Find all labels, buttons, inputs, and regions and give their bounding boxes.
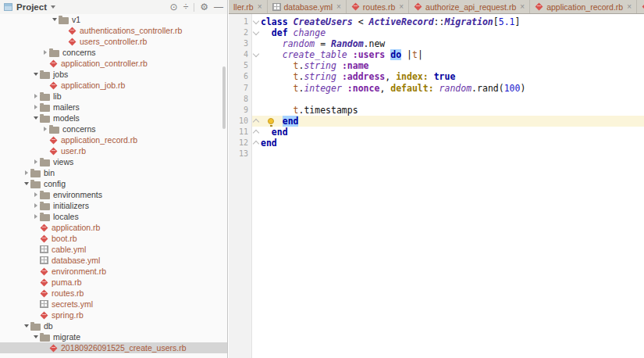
tree-item-environment-rb[interactable]: environment.rb [0,266,227,277]
folder-icon [59,17,69,24]
tab-close-icon[interactable]: × [258,3,262,11]
tree-item-application-rb[interactable]: application.rb [0,222,227,233]
tree-collapse-arrow-icon[interactable] [34,73,38,76]
tree-item-label: concerns [62,124,96,134]
tree-item-secrets-yml[interactable]: secrets.yml [0,299,227,310]
ruby-file-icon [40,311,48,320]
ruby-file-icon [49,136,58,145]
tree-item-label: jobs [53,70,68,79]
tree-item-spring-rb[interactable]: spring.rb [0,310,227,320]
tab-close-icon[interactable]: × [520,3,525,11]
tree-item-locales[interactable]: locales [0,211,227,222]
fold-close-icon[interactable] [253,130,259,136]
fold-close-icon[interactable] [253,141,259,147]
code-line-7[interactable]: 7 t.integer :nonce, default: random.rand… [229,83,644,94]
chevron-down-icon[interactable] [51,5,55,9]
tree-expand-arrow-icon[interactable] [34,214,37,219]
tree-item-application-job-rb[interactable]: application_job.rb [0,80,227,91]
folder-icon [40,94,50,101]
locate-file-icon[interactable]: ⊙ [170,2,178,12]
tree-expand-arrow-icon[interactable] [34,203,37,208]
tree-item-views[interactable]: views [0,156,227,167]
tree-item-models[interactable]: models [0,113,227,124]
code-line-10[interactable]: 10 end [229,116,644,127]
tree-item-label: concerns [62,48,96,57]
editor-tab-authorize-api-request-rb[interactable]: authorize_api_request.rb× [409,0,530,13]
code-line-6[interactable]: 6 t.string :address, index: true [229,71,644,82]
tree-expand-arrow-icon[interactable] [34,159,37,164]
tree-collapse-arrow-icon[interactable] [34,116,38,120]
tree-collapse-arrow-icon[interactable] [24,182,29,185]
tree-collapse-arrow-icon[interactable] [52,18,57,21]
tree-collapse-arrow-icon[interactable] [24,324,29,328]
editor-tab-application-record-rb[interactable]: application_record.rb× [530,0,637,13]
tree-item-mailers[interactable]: mailers [0,102,227,113]
code-line-5[interactable]: 5 t.string :name [229,60,644,71]
code-line-13[interactable]: 13 [229,149,644,159]
settings-gear-icon[interactable]: ⚙ [200,2,208,12]
fold-open-icon[interactable] [253,29,259,35]
tree-item-routes-rb[interactable]: routes.rb [0,288,227,299]
tree-expand-arrow-icon[interactable] [25,170,28,175]
tree-expand-arrow-icon[interactable] [34,105,37,109]
tree-expand-arrow-icon[interactable] [44,127,47,131]
fold-open-icon[interactable] [253,51,259,57]
tree-item-label: models [53,113,80,123]
tree-item-application-controller-rb[interactable]: application_controller.rb [0,58,227,69]
hide-panel-icon[interactable]: — [214,2,223,12]
project-tree: v1authentications_controller.rbusers_con… [0,14,227,358]
tree-item-cable-yml[interactable]: cable.yml [0,244,227,255]
editor[interactable]: 1class CreateUsers < ActiveRecord::Migra… [229,14,644,358]
editor-tab-routes-rb[interactable]: routes.rb× [347,0,409,13]
ruby-file-icon [414,2,422,11]
fold-open-icon[interactable] [253,18,259,24]
tree-item-bin[interactable]: bin [0,167,227,178]
project-panel: Project ⊙÷⚙— v1authentications_controlle… [0,0,228,358]
collapse-all-icon[interactable]: ÷ [183,2,189,12]
tree-collapse-arrow-icon[interactable] [34,335,38,338]
code-line-9[interactable]: 9 t.timestamps [229,105,644,116]
tree-item-label: mailers [53,102,80,112]
tree-item-boot-rb[interactable]: boot.rb [0,233,227,244]
tree-item-concerns[interactable]: concerns [0,47,227,58]
tree-item-initializers[interactable]: initializers [0,200,227,211]
tree-item-database-yml[interactable]: database.yml [0,255,227,266]
editor-tab-database-yml[interactable]: database.yml× [268,0,347,13]
tree-item-label: cable.yml [52,245,86,254]
editor-tab-applicatio[interactable]: applicatio [637,0,644,13]
tree-expand-arrow-icon[interactable] [34,192,37,197]
project-scrollbar[interactable] [222,66,226,129]
tab-close-icon[interactable]: × [627,3,632,11]
code-line-8[interactable]: 8 [229,94,644,105]
tree-item-users-controller-rb[interactable]: users_controller.rb [0,36,227,47]
tree-item-concerns[interactable]: concerns [0,124,227,134]
tree-item-label: secrets.yml [52,299,93,309]
tree-item-user-rb[interactable]: user.rb [0,145,227,156]
tree-item-jobs[interactable]: jobs [0,69,227,80]
editor-tab-ller-rb[interactable]: ller.rb× [229,0,268,13]
tree-item-authentications-controller-rb[interactable]: authentications_controller.rb [0,25,227,36]
tree-item-config[interactable]: config [0,178,227,189]
tree-expand-arrow-icon[interactable] [44,50,47,55]
tree-item-environments[interactable]: environments [0,189,227,200]
code-line-4[interactable]: 4 create_table :users do |t| [229,49,644,60]
yaml-file-icon [40,256,48,264]
code-line-1[interactable]: 1class CreateUsers < ActiveRecord::Migra… [229,16,644,27]
project-panel-title[interactable]: Project [16,2,47,12]
code-line-12[interactable]: 12end [229,138,644,149]
tree-item-puma-rb[interactable]: puma.rb [0,277,227,288]
tree-item-lib[interactable]: lib [0,91,227,102]
tree-expand-arrow-icon[interactable] [34,94,37,98]
tree-item-v1[interactable]: v1 [0,14,227,25]
tree-item-db[interactable]: db [0,320,227,331]
code-line-11[interactable]: 11 end [229,127,644,138]
tab-close-icon[interactable]: × [399,3,404,11]
code-line-2[interactable]: 2 def change [229,27,644,38]
tree-item-label: environments [53,190,102,199]
tree-item-20180926091525-create-users-rb[interactable]: 20180926091525_create_users.rb [0,342,227,353]
code-line-3[interactable]: 3 random = Random.new [229,38,644,49]
tab-close-icon[interactable]: × [336,3,341,11]
tree-item-label: boot.rb [52,234,77,243]
tree-item-application-record-rb[interactable]: application_record.rb [0,134,227,145]
tree-item-migrate[interactable]: migrate [0,331,227,342]
